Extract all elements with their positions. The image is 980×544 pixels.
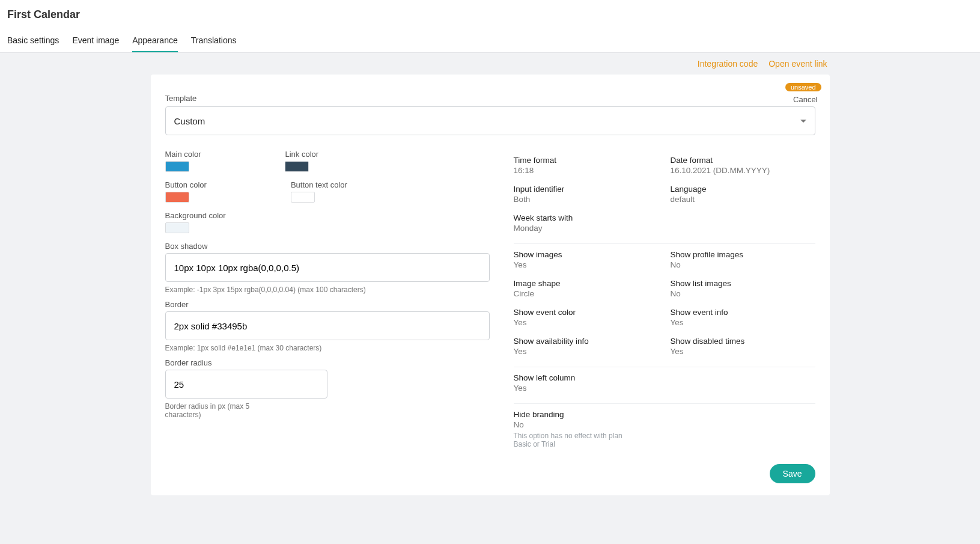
template-select[interactable]: Custom bbox=[165, 106, 815, 135]
box-shadow-label: Box shadow bbox=[165, 242, 490, 251]
setting-label: Show disabled times bbox=[671, 337, 815, 346]
tab-translations[interactable]: Translations bbox=[191, 29, 237, 52]
background-color-swatch[interactable] bbox=[165, 222, 189, 233]
setting-value: Yes bbox=[514, 347, 659, 356]
setting-value: default bbox=[671, 195, 815, 204]
header: First Calendar Basic settings Event imag… bbox=[0, 0, 980, 53]
tab-basic-settings[interactable]: Basic settings bbox=[7, 29, 59, 52]
open-event-link[interactable]: Open event link bbox=[768, 59, 827, 69]
box-shadow-input[interactable] bbox=[165, 253, 490, 282]
settings-group-1: Time format16:18Date format16.10.2021 (D… bbox=[514, 150, 815, 243]
button-color-swatch[interactable] bbox=[165, 192, 189, 203]
border-input[interactable] bbox=[165, 311, 490, 340]
border-label: Border bbox=[165, 300, 490, 309]
setting-item[interactable]: Time format16:18 bbox=[514, 156, 659, 175]
box-shadow-helper: Example: -1px 3px 15px rgba(0,0,0,0.04) … bbox=[165, 286, 490, 294]
setting-label: Week starts with bbox=[514, 213, 659, 222]
setting-item[interactable]: Input identifierBoth bbox=[514, 185, 659, 204]
plan-note: This option has no effect with plan Basi… bbox=[514, 432, 634, 448]
tab-event-image[interactable]: Event image bbox=[72, 29, 119, 52]
setting-item[interactable]: Hide brandingNoThis option has no effect… bbox=[514, 410, 659, 448]
border-field: Border Example: 1px solid #e1e1e1 (max 3… bbox=[165, 300, 490, 352]
setting-value: Both bbox=[514, 195, 659, 204]
setting-value: Yes bbox=[671, 318, 815, 327]
setting-item[interactable]: Show imagesYes bbox=[514, 250, 659, 269]
setting-label: Show profile images bbox=[671, 250, 815, 259]
setting-value: No bbox=[671, 289, 815, 298]
border-helper: Example: 1px solid #e1e1e1 (max 30 chara… bbox=[165, 344, 490, 352]
setting-value: Circle bbox=[514, 289, 659, 298]
button-color-label: Button color bbox=[165, 180, 207, 189]
button-text-color-swatch[interactable] bbox=[291, 192, 315, 203]
cancel-link[interactable]: Cancel bbox=[793, 95, 817, 104]
background-color-item: Background color bbox=[165, 211, 226, 233]
setting-value: No bbox=[671, 260, 815, 269]
setting-label: Input identifier bbox=[514, 185, 659, 194]
integration-code-link[interactable]: Integration code bbox=[698, 59, 758, 69]
border-radius-helper: Border radius in px (max 5 characters) bbox=[165, 402, 273, 419]
setting-label: Show event info bbox=[671, 308, 815, 317]
setting-value: 16:18 bbox=[514, 166, 659, 175]
appearance-card: unsaved Cancel Template Custom Main colo… bbox=[151, 75, 830, 495]
template-label: Template bbox=[165, 94, 815, 103]
setting-label: Time format bbox=[514, 156, 659, 165]
setting-label: Show left column bbox=[514, 373, 659, 382]
setting-label: Show images bbox=[514, 250, 659, 259]
setting-item[interactable]: Show left columnYes bbox=[514, 373, 659, 393]
tab-appearance[interactable]: Appearance bbox=[132, 29, 178, 52]
border-radius-input[interactable] bbox=[165, 370, 327, 399]
setting-item[interactable]: Show list imagesNo bbox=[671, 279, 815, 298]
setting-item[interactable]: Show profile imagesNo bbox=[671, 250, 815, 269]
setting-item[interactable]: Languagedefault bbox=[671, 185, 815, 204]
link-color-swatch[interactable] bbox=[285, 161, 309, 172]
unsaved-badge: unsaved bbox=[785, 83, 821, 91]
form-columns: Main color Link color Button color Butto… bbox=[165, 150, 815, 483]
button-text-color-label: Button text color bbox=[291, 180, 347, 189]
template-select-value: Custom bbox=[174, 116, 205, 126]
settings-group-4: Hide brandingNoThis option has no effect… bbox=[514, 404, 815, 459]
save-row: Save bbox=[514, 464, 815, 483]
left-column: Main color Link color Button color Butto… bbox=[165, 150, 490, 483]
setting-item[interactable]: Image shapeCircle bbox=[514, 279, 659, 298]
border-radius-label: Border radius bbox=[165, 358, 490, 367]
background-color-label: Background color bbox=[165, 211, 226, 220]
setting-item[interactable]: Week starts withMonday bbox=[514, 213, 659, 233]
setting-label: Show list images bbox=[671, 279, 815, 288]
setting-value: Yes bbox=[514, 318, 659, 327]
settings-group-3: Show left columnYes bbox=[514, 367, 815, 403]
main-color-item: Main color bbox=[165, 150, 201, 172]
button-color-item: Button color bbox=[165, 180, 207, 203]
setting-item[interactable]: Show disabled timesYes bbox=[671, 337, 815, 356]
chevron-down-icon bbox=[800, 120, 806, 123]
setting-label: Date format bbox=[671, 156, 815, 165]
right-column: Time format16:18Date format16.10.2021 (D… bbox=[514, 150, 815, 483]
main-color-swatch[interactable] bbox=[165, 161, 189, 172]
setting-value: 16.10.2021 (DD.MM.YYYY) bbox=[671, 166, 815, 175]
button-text-color-item: Button text color bbox=[291, 180, 347, 203]
setting-value: Yes bbox=[671, 347, 815, 356]
setting-item[interactable]: Show availability infoYes bbox=[514, 337, 659, 356]
setting-label: Show availability info bbox=[514, 337, 659, 346]
setting-label: Language bbox=[671, 185, 815, 194]
border-radius-field: Border radius Border radius in px (max 5… bbox=[165, 358, 490, 419]
top-links: Integration code Open event link bbox=[151, 53, 830, 75]
setting-value: Yes bbox=[514, 384, 659, 393]
setting-value: Monday bbox=[514, 224, 659, 233]
setting-label: Image shape bbox=[514, 279, 659, 288]
link-color-item: Link color bbox=[285, 150, 318, 172]
settings-group-2: Show imagesYesShow profile imagesNoImage… bbox=[514, 244, 815, 367]
setting-label: Hide branding bbox=[514, 410, 659, 419]
tabs: Basic settings Event image Appearance Tr… bbox=[7, 29, 973, 52]
main-color-label: Main color bbox=[165, 150, 201, 159]
setting-item[interactable]: Show event infoYes bbox=[671, 308, 815, 327]
box-shadow-field: Box shadow Example: -1px 3px 15px rgba(0… bbox=[165, 242, 490, 294]
setting-item[interactable]: Show event colorYes bbox=[514, 308, 659, 327]
setting-value: Yes bbox=[514, 260, 659, 269]
setting-label: Show event color bbox=[514, 308, 659, 317]
setting-value: No bbox=[514, 420, 659, 429]
save-button[interactable]: Save bbox=[770, 464, 815, 483]
page-title: First Calendar bbox=[7, 8, 973, 21]
link-color-label: Link color bbox=[285, 150, 318, 159]
setting-item[interactable]: Date format16.10.2021 (DD.MM.YYYY) bbox=[671, 156, 815, 175]
